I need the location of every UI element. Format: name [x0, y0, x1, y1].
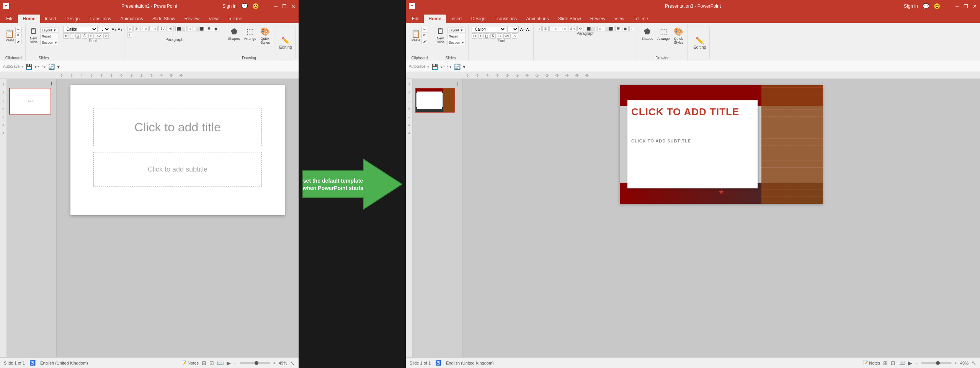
right-emoji-icon[interactable]: 😊: [934, 3, 940, 9]
right-align-center-btn[interactable]: ≡: [597, 26, 602, 31]
right-italic-btn[interactable]: I: [479, 33, 483, 39]
shadow-btn[interactable]: S: [88, 33, 94, 39]
right-zoom-slider[interactable]: [921, 362, 952, 364]
font-size-select[interactable]: 24: [99, 26, 110, 33]
right-numbering-btn[interactable]: ①: [542, 26, 549, 31]
left-tab-home[interactable]: Home: [18, 15, 40, 23]
right-justify-btn[interactable]: ☰: [615, 26, 621, 31]
right-align-right-btn[interactable]: ⬜⬛: [603, 26, 614, 31]
left-customize-qat-btn[interactable]: ▾: [57, 64, 60, 70]
right-align-left-btn[interactable]: ⬛⬜: [585, 26, 596, 31]
section-btn[interactable]: Section ▼: [40, 40, 59, 45]
left-tab-file[interactable]: File: [2, 15, 18, 23]
right-paste-btn[interactable]: 📋 Paste ✂ ⧉ 🖌: [410, 26, 430, 45]
right-undo-btn[interactable]: ↩: [440, 64, 445, 70]
left-subtitle-placeholder[interactable]: Click to add subtitle: [93, 152, 262, 186]
bold-btn[interactable]: B: [63, 33, 69, 39]
right-autosave-toggle[interactable]: ●: [427, 64, 429, 69]
convert-smartart-btn[interactable]: ⟲: [168, 26, 174, 31]
font-grow-btn[interactable]: A↑: [111, 27, 116, 32]
right-font-name-select[interactable]: Calibri: [472, 26, 506, 33]
right-minimize-btn[interactable]: ─: [956, 3, 959, 9]
right-format-painter-btn[interactable]: 🖌: [421, 39, 428, 44]
left-tab-slideshow[interactable]: Slide Show: [148, 15, 180, 23]
right-font-color-btn[interactable]: A: [512, 33, 517, 39]
left-undo-btn[interactable]: ↩: [34, 64, 39, 70]
right-copy-btn[interactable]: ⧉: [421, 33, 428, 38]
left-tab-animations[interactable]: Animations: [116, 15, 147, 23]
left-slide-thumb[interactable]: blank: [9, 88, 51, 114]
right-layout-btn[interactable]: Layout ▼: [447, 28, 466, 33]
left-refresh-btn[interactable]: 🔄: [48, 64, 55, 70]
left-tab-review[interactable]: Review: [180, 15, 204, 23]
right-text-direction-btn[interactable]: ⇕A: [568, 26, 577, 31]
left-quickstyles-btn[interactable]: 🎨 QuickStyles: [259, 26, 271, 45]
right-sign-in[interactable]: Sign in: [904, 3, 918, 9]
left-save-btn[interactable]: 💾: [26, 64, 32, 70]
bullets-btn[interactable]: ≡: [127, 26, 132, 31]
right-notes-btn[interactable]: 📝 Notes: [863, 360, 880, 365]
right-normal-view-btn[interactable]: ⊞: [883, 360, 888, 366]
left-new-slide-btn[interactable]: 🗒 NewSlide: [28, 26, 39, 45]
align-left-btn[interactable]: ⬛⬜: [175, 26, 187, 31]
increase-indent-btn[interactable]: →≡: [149, 26, 158, 31]
right-font-shrink-btn[interactable]: A↓: [526, 27, 531, 32]
right-char-spacing-btn[interactable]: AV: [503, 33, 511, 39]
font-shrink-btn[interactable]: A↓: [118, 27, 122, 32]
copy-btn[interactable]: ⧉: [15, 33, 22, 38]
numbering-btn[interactable]: ①: [133, 26, 139, 31]
left-minimize-btn[interactable]: ─: [274, 3, 278, 9]
left-restore-btn[interactable]: ❐: [282, 3, 287, 9]
justify-btn[interactable]: ☰: [206, 26, 212, 31]
left-notes-btn[interactable]: 📝 Notes: [181, 360, 199, 365]
left-zoom-slider[interactable]: [240, 362, 270, 364]
right-convert-smartart-btn[interactable]: ⟲: [577, 26, 583, 31]
right-font-grow-btn[interactable]: A↑: [520, 27, 525, 32]
right-slide-thumb[interactable]: [415, 88, 455, 113]
right-tab-file[interactable]: File: [407, 15, 424, 23]
right-underline-btn[interactable]: U: [483, 33, 489, 39]
left-tab-tellme[interactable]: Tell me: [223, 15, 247, 23]
left-slideshow-btn[interactable]: ▶: [227, 360, 231, 366]
right-strikethrough-btn[interactable]: S̶: [490, 33, 496, 39]
left-normal-view-btn[interactable]: ⊞: [202, 360, 206, 366]
right-slideshow-btn[interactable]: ▶: [908, 360, 912, 366]
right-save-btn[interactable]: 💾: [431, 64, 438, 70]
right-bold-btn[interactable]: B: [472, 33, 477, 39]
left-close-btn[interactable]: ✕: [291, 3, 296, 9]
right-tab-design[interactable]: Design: [467, 15, 490, 23]
right-reset-btn[interactable]: Reset: [447, 34, 466, 39]
layout-btn[interactable]: Layout ▼: [40, 28, 59, 33]
line-spacing-btn[interactable]: ↕: [127, 32, 132, 38]
right-slide-canvas[interactable]: CLICK TO ADD TITLE CLICK TO ADD SUBTITLE…: [620, 85, 823, 204]
cut-btn[interactable]: ✂: [15, 27, 22, 32]
left-slide-sorter-btn[interactable]: ⊡: [209, 360, 214, 366]
text-direction-btn[interactable]: ⇕A: [158, 26, 167, 31]
right-increase-indent-btn[interactable]: →≡: [559, 26, 567, 31]
right-tab-review[interactable]: Review: [586, 15, 610, 23]
italic-btn[interactable]: I: [70, 33, 74, 39]
right-tab-insert[interactable]: Insert: [446, 15, 467, 23]
reset-btn[interactable]: Reset: [40, 34, 59, 39]
left-arrange-btn[interactable]: ⬚ Arrange: [242, 26, 258, 41]
left-zoom-out-btn[interactable]: −: [234, 361, 236, 365]
right-customize-qat-btn[interactable]: ▾: [463, 64, 466, 70]
left-zoom-in-btn[interactable]: +: [273, 361, 276, 365]
left-tab-design[interactable]: Design: [61, 15, 84, 23]
char-spacing-btn[interactable]: AV: [95, 33, 102, 39]
left-paste-btn[interactable]: 📋 Paste ✂ ⧉ 🖌: [3, 26, 23, 45]
left-reading-view-btn[interactable]: 📖: [217, 360, 224, 366]
right-arrange-btn[interactable]: ⬚ Arrange: [656, 26, 671, 41]
right-canvas-area[interactable]: CLICK TO ADD TITLE CLICK TO ADD SUBTITLE…: [462, 79, 980, 357]
right-zoom-in-btn[interactable]: +: [955, 361, 957, 365]
right-zoom-out-btn[interactable]: −: [915, 361, 918, 365]
align-center-btn[interactable]: ≡: [188, 26, 193, 31]
right-new-slide-btn[interactable]: 🗒 NewSlide: [435, 26, 446, 45]
right-accessibility-icon[interactable]: ♿: [435, 360, 441, 366]
right-redo-btn[interactable]: ↪: [447, 64, 452, 70]
left-tab-view[interactable]: View: [204, 15, 223, 23]
right-feedback-icon[interactable]: 💬: [923, 3, 929, 9]
feedback-icon[interactable]: 💬: [241, 3, 248, 9]
right-tab-view[interactable]: View: [610, 15, 629, 23]
right-shadow-btn[interactable]: S: [497, 33, 502, 39]
